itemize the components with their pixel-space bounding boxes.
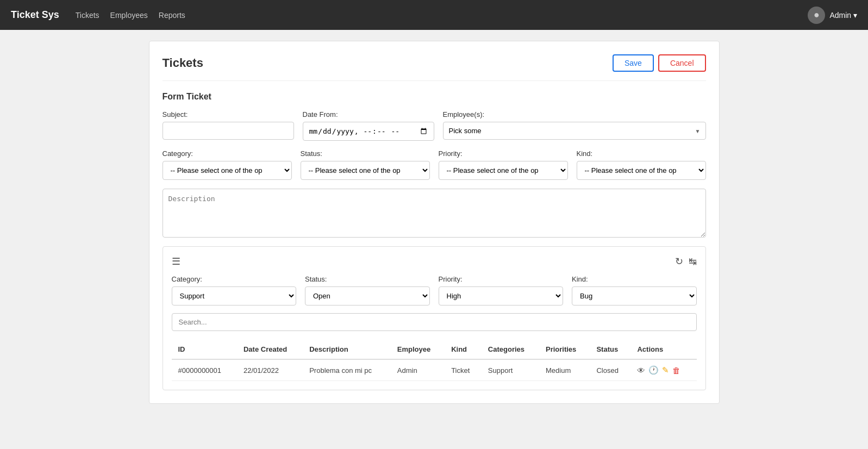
table-row: #0000000001 22/01/2022 Problema con mi p… <box>172 359 697 381</box>
cell-kind: Ticket <box>445 359 482 381</box>
form-row-1: Subject: Date From: Employee(s): Pick so… <box>163 110 706 141</box>
kind-select[interactable]: -- Please select one of the op <box>577 161 706 180</box>
subject-group: Subject: <box>163 110 294 141</box>
employees-group: Employee(s): Pick some <box>443 110 706 141</box>
form-title: Form Ticket <box>163 92 706 102</box>
filter-kind-label: Kind: <box>572 275 697 283</box>
subject-label: Subject: <box>163 110 294 119</box>
cancel-button[interactable]: Cancel <box>658 54 706 72</box>
col-actions: Actions <box>630 340 696 359</box>
filter-status-label: Status: <box>305 275 430 283</box>
filter-status-group: Status: Open Closed Pending <box>305 275 430 305</box>
filter-category-group: Category: Support Hardware Software Netw… <box>172 275 297 305</box>
reset-icon[interactable]: ↹ <box>689 255 697 267</box>
form-row-2: Category: -- Please select one of the op… <box>163 149 706 180</box>
filter-priority-group: Priority: High Medium Low <box>439 275 564 305</box>
user-menu[interactable]: ● Admin ▾ <box>808 7 857 24</box>
col-priorities: Priorities <box>539 340 590 359</box>
date-from-label: Date From: <box>303 110 434 119</box>
status-group: Status: -- Please select one of the op <box>301 149 430 180</box>
filter-category-select[interactable]: Support Hardware Software Network <box>172 286 297 305</box>
status-select[interactable]: -- Please select one of the op <box>301 161 430 180</box>
clock-icon[interactable]: 🕐 <box>648 365 659 375</box>
main-content: Tickets Save Cancel Form Ticket Subject:… <box>0 30 868 415</box>
description-group <box>163 189 706 238</box>
date-from-group: Date From: <box>303 110 434 141</box>
user-avatar: ● <box>808 7 825 24</box>
col-date: Date Created <box>237 340 303 359</box>
col-status: Status <box>590 340 630 359</box>
nav-tickets[interactable]: Tickets <box>76 11 99 20</box>
edit-icon[interactable]: ✎ <box>662 365 669 375</box>
col-description: Description <box>303 340 391 359</box>
brand: Ticket Sys <box>11 9 59 21</box>
col-employee: Employee <box>391 340 445 359</box>
priority-label: Priority: <box>439 149 568 158</box>
view-icon[interactable]: 👁 <box>637 366 645 375</box>
cell-actions: 👁 🕐 ✎ 🗑 <box>630 359 696 381</box>
filter-header: ☰ ↻ ↹ <box>172 255 697 267</box>
employees-select-wrapper: Pick some <box>443 122 706 140</box>
card-title: Tickets <box>163 56 203 70</box>
filter-section: ☰ ↻ ↹ Category: Support Hardware Softwar… <box>163 246 706 390</box>
cell-description: Problema con mi pc <box>303 359 391 381</box>
filter-kind-select[interactable]: Bug Ticket Feature <box>572 286 697 305</box>
filter-icon: ☰ <box>172 255 180 267</box>
tickets-card: Tickets Save Cancel Form Ticket Subject:… <box>149 41 720 404</box>
filter-row: Category: Support Hardware Software Netw… <box>172 275 697 305</box>
kind-group: Kind: -- Please select one of the op <box>577 149 706 180</box>
cell-id: #0000000001 <box>172 359 237 381</box>
category-select[interactable]: -- Please select one of the op <box>163 161 292 180</box>
cell-date: 22/01/2022 <box>237 359 303 381</box>
refresh-icon[interactable]: ↻ <box>675 255 683 267</box>
card-header: Tickets Save Cancel <box>163 54 706 81</box>
cell-status: Closed <box>590 359 630 381</box>
category-label: Category: <box>163 149 292 158</box>
nav-reports[interactable]: Reports <box>159 11 185 20</box>
filter-category-label: Category: <box>172 275 297 283</box>
description-textarea[interactable] <box>163 189 706 238</box>
filter-priority-label: Priority: <box>439 275 564 283</box>
filter-actions: ↻ ↹ <box>675 255 697 267</box>
priority-group: Priority: -- Please select one of the op <box>439 149 568 180</box>
tickets-table: ID Date Created Description Employee Kin… <box>172 340 697 381</box>
filter-priority-select[interactable]: High Medium Low <box>439 286 564 305</box>
col-kind: Kind <box>445 340 482 359</box>
cell-priorities: Medium <box>539 359 590 381</box>
category-group: Category: -- Please select one of the op <box>163 149 292 180</box>
filter-status-select[interactable]: Open Closed Pending <box>305 286 430 305</box>
delete-icon[interactable]: 🗑 <box>672 366 680 375</box>
date-from-input[interactable] <box>303 122 434 141</box>
nav-employees[interactable]: Employees <box>110 11 148 20</box>
cell-employee: Admin <box>391 359 445 381</box>
kind-label: Kind: <box>577 149 706 158</box>
navbar: Ticket Sys Tickets Employees Reports ● A… <box>0 0 868 30</box>
col-id: ID <box>172 340 237 359</box>
subject-input[interactable] <box>163 122 294 140</box>
user-label: Admin ▾ <box>829 11 857 20</box>
header-buttons: Save Cancel <box>613 54 706 72</box>
filter-kind-group: Kind: Bug Ticket Feature <box>572 275 697 305</box>
priority-select[interactable]: -- Please select one of the op <box>439 161 568 180</box>
status-label: Status: <box>301 149 430 158</box>
employees-select[interactable]: Pick some <box>443 122 706 140</box>
save-button[interactable]: Save <box>613 54 654 72</box>
col-categories: Categories <box>482 340 539 359</box>
search-input[interactable] <box>172 313 697 331</box>
cell-categories: Support <box>482 359 539 381</box>
employees-label: Employee(s): <box>443 110 706 119</box>
nav-links: Tickets Employees Reports <box>76 11 808 20</box>
